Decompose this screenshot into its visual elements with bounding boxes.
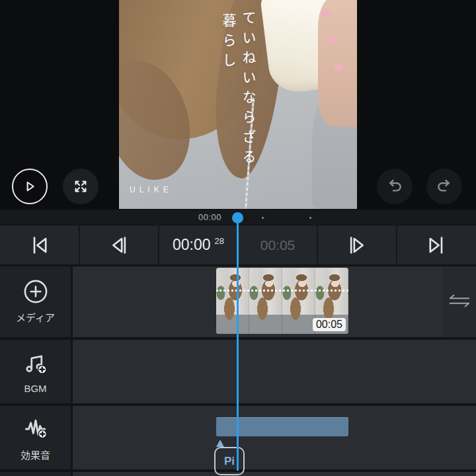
- undo-button[interactable]: [377, 169, 413, 204]
- skip-to-end-icon: [423, 232, 450, 258]
- step-forward-button[interactable]: [317, 225, 397, 264]
- undo-icon: [384, 176, 405, 197]
- clip-thumbnail: [216, 268, 249, 334]
- video-editor-app: ていねいならざる 暮らし ULIKE: [0, 0, 476, 476]
- caption-overlay-left: 暮らし: [218, 13, 238, 73]
- preview-section: ていねいならざる 暮らし ULIKE: [0, 0, 476, 209]
- add-circle-icon: [22, 278, 50, 305]
- add-sfx-button[interactable]: 効果音: [0, 406, 73, 469]
- bgm-clip[interactable]: [216, 417, 348, 436]
- media-track-label: メディア: [16, 310, 55, 324]
- redo-icon: [434, 176, 455, 197]
- sfx-track-label: 効果音: [20, 448, 50, 461]
- step-back-icon: [106, 232, 132, 258]
- playhead-handle[interactable]: [232, 212, 243, 223]
- clip-duration-badge: 00:05: [313, 318, 346, 331]
- playhead-line: [237, 218, 239, 471]
- ruler-tick: [309, 217, 311, 219]
- reorder-clips-button[interactable]: [443, 264, 476, 337]
- caption-overlay-right: ていねいならざる: [238, 11, 258, 169]
- clip-thumbnail: [282, 268, 315, 334]
- play-button[interactable]: [12, 169, 48, 204]
- play-icon: [20, 177, 40, 196]
- clip-dotted-guide: [216, 290, 348, 292]
- skip-to-end-button[interactable]: [397, 225, 476, 264]
- ruler-time-label: 00:00: [198, 212, 221, 222]
- skip-to-start-icon: [26, 232, 53, 258]
- total-time-display: 00:05: [238, 225, 317, 264]
- video-preview[interactable]: ていねいならざる 暮らし ULIKE: [119, 0, 357, 209]
- add-bgm-button[interactable]: BGM: [0, 340, 73, 403]
- step-back-button[interactable]: [79, 225, 159, 264]
- expand-icon: [71, 177, 91, 196]
- extra-track-label-area: [0, 472, 73, 476]
- photo-nail: [327, 37, 337, 44]
- watermark: ULIKE: [130, 185, 173, 194]
- swap-arrows-icon: [447, 292, 472, 309]
- clip-thumbnail: [249, 268, 282, 334]
- step-forward-icon: [344, 232, 370, 258]
- fullscreen-button[interactable]: [63, 169, 99, 204]
- skip-to-start-button[interactable]: [0, 225, 79, 264]
- waveform-add-icon: [21, 414, 50, 443]
- total-time: 00:05: [260, 237, 296, 253]
- ruler-tick: [262, 217, 264, 219]
- photo-nail: [334, 63, 344, 71]
- current-time-display: 00:00 28: [159, 225, 238, 264]
- video-clip[interactable]: 00:05: [216, 268, 348, 334]
- music-note-add-icon: [21, 349, 50, 378]
- bgm-clip-label[interactable]: Pi: [214, 447, 245, 475]
- bgm-marker-pointer: [216, 440, 224, 447]
- redo-button[interactable]: [426, 169, 462, 204]
- current-frames: 28: [215, 236, 224, 246]
- add-media-button[interactable]: メディア: [0, 264, 73, 337]
- photo-nail: [321, 11, 331, 18]
- current-time: 00:00: [173, 236, 211, 254]
- bgm-track-label: BGM: [24, 383, 46, 394]
